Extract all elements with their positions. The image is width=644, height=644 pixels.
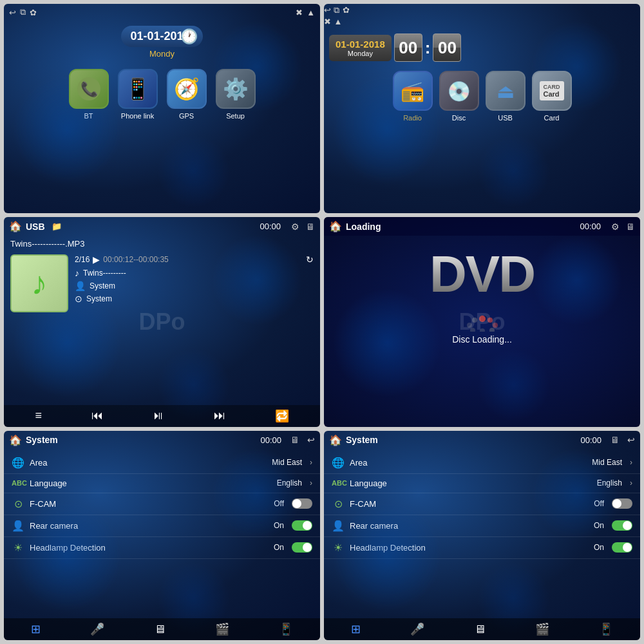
nav-mic-icon[interactable]: 🎤 xyxy=(90,622,104,636)
app-item-card[interactable]: CARD Card Card xyxy=(532,71,572,122)
disc-icon[interactable]: 💿 xyxy=(439,71,479,111)
app-item-setup[interactable]: ⚙️ Setup xyxy=(216,69,256,120)
dvd-settings-icon[interactable]: ⚙ xyxy=(611,222,620,232)
clock-icon-1: 🕐 xyxy=(180,28,198,45)
radio-icon[interactable]: 📻 xyxy=(393,71,433,111)
flip-colon: : xyxy=(425,38,431,58)
gps-icon[interactable]: 🧭 xyxy=(167,69,207,109)
setting-fcam-r[interactable]: ⊙ F-CAM Off xyxy=(324,493,640,515)
usb-icon[interactable]: ⏏ xyxy=(486,71,526,111)
headlamp-label: Headlamp Detection xyxy=(30,543,269,553)
nav-movie-icon-r[interactable]: 🎬 xyxy=(535,622,549,636)
fcam-value-r: Off xyxy=(594,499,604,508)
back-icon[interactable]: ↩ xyxy=(9,8,16,17)
usb-time: 00:00 xyxy=(260,222,281,231)
bottom-nav-right: ⊞ 🎤 🖥 🎬 📱 xyxy=(324,618,640,640)
nav-phone-icon-r[interactable]: 📱 xyxy=(599,622,613,636)
home-tab-icon-2[interactable]: ⧉ xyxy=(334,5,339,15)
fcam-toggle-r[interactable] xyxy=(612,498,632,509)
bt-label: BT xyxy=(84,112,93,120)
screen-system-left: 🏠 System 00:00 🖥 ↩ 🌐 Area Mid East › ABC… xyxy=(4,431,320,640)
app-item-radio[interactable]: 📻 Radio xyxy=(393,71,433,122)
playpause-icon[interactable]: ⏯ xyxy=(153,409,164,422)
brightness-icon[interactable]: ✿ xyxy=(30,8,37,17)
sys-monitor-icon-right[interactable]: 🖥 xyxy=(611,435,620,445)
setting-rear-camera[interactable]: 👤 Rear camera On xyxy=(4,515,320,537)
nav-monitor-icon-r[interactable]: 🖥 xyxy=(474,623,486,636)
headlamp-toggle[interactable] xyxy=(292,542,312,553)
prev-icon[interactable]: ⏮ xyxy=(91,409,103,422)
sys-home-icon-left[interactable]: 🏠 xyxy=(9,434,22,446)
screen-usb: 🏠 USB 📁 00:00 ⚙ 🖥 Twins------------.MP3 … xyxy=(4,217,320,426)
setting-area-r[interactable]: 🌐 Area Mid East › xyxy=(324,452,640,474)
back-icon-2[interactable]: ↩ xyxy=(324,5,331,15)
area-value: Mid East xyxy=(272,458,302,467)
setting-headlamp-r[interactable]: ☀ Headlamp Detection On xyxy=(324,537,640,559)
area-icon-r: 🌐 xyxy=(332,457,345,469)
track-person-icon: 👤 xyxy=(75,281,86,291)
sys-home-icon-right[interactable]: 🏠 xyxy=(329,434,342,446)
dvd-home-icon[interactable]: 🏠 xyxy=(329,220,342,232)
app-item-phone[interactable]: 📱 Phone link xyxy=(118,69,158,120)
screen-system-right: 🏠 System 00:00 🖥 ↩ 🌐 Area Mid East › ABC… xyxy=(324,431,640,640)
svg-point-8 xyxy=(467,323,472,328)
album-art: ♪ xyxy=(10,254,68,312)
nav-windows-icon-r[interactable]: ⊞ xyxy=(351,622,361,636)
dvd-title: Loading xyxy=(346,222,381,232)
setting-fcam[interactable]: ⊙ F-CAM Off xyxy=(4,493,320,515)
dvd-monitor-icon[interactable]: 🖥 xyxy=(626,222,635,232)
rear-cam-toggle-r[interactable] xyxy=(612,520,632,531)
nav-mic-icon-r[interactable]: 🎤 xyxy=(410,622,424,636)
usb-settings-icon[interactable]: ⚙ xyxy=(291,222,299,232)
settings-icon-2[interactable]: ✖ xyxy=(324,17,331,26)
bt-icon[interactable]: 📞 xyxy=(69,69,109,109)
app-item-gps[interactable]: 🧭 GPS xyxy=(167,69,207,120)
setup-icon[interactable]: ⚙️ xyxy=(216,69,256,109)
fcam-toggle[interactable] xyxy=(292,498,312,509)
disc-label: Disc xyxy=(452,114,466,122)
top-bar-2-left: ↩ ⧉ ✿ xyxy=(324,4,640,15)
date-area-1: 01-01-2018 🕐 Mondy xyxy=(4,26,320,59)
setting-rear-camera-r[interactable]: 👤 Rear camera On xyxy=(324,515,640,537)
usb-home-icon[interactable]: 🏠 xyxy=(9,220,22,232)
track-entry-2[interactable]: ⊙ System xyxy=(75,292,314,305)
music-note-icon: ♪ xyxy=(32,265,48,302)
setting-language-r[interactable]: ABC Language English › xyxy=(324,474,640,493)
nav-phone-icon[interactable]: 📱 xyxy=(279,622,293,636)
headlamp-toggle-r[interactable] xyxy=(612,542,632,553)
sys-time-left: 00:00 xyxy=(260,435,281,445)
sys-monitor-icon-left[interactable]: 🖥 xyxy=(290,435,299,445)
rear-cam-toggle[interactable] xyxy=(292,520,312,531)
card-icon[interactable]: CARD Card xyxy=(532,71,572,111)
home-tab-icon[interactable]: ⧉ xyxy=(20,7,26,17)
nav-windows-icon[interactable]: ⊞ xyxy=(31,622,41,636)
nav-monitor-icon[interactable]: 🖥 xyxy=(154,623,166,636)
phone-icon[interactable]: 📱 xyxy=(118,69,158,109)
app-item-usb[interactable]: ⏏ USB xyxy=(486,71,526,122)
nav-movie-icon[interactable]: 🎬 xyxy=(215,622,229,636)
track-entry-0[interactable]: ♪ Twins--------- xyxy=(75,267,314,279)
track-entry-1[interactable]: 👤 System xyxy=(75,279,314,292)
rear-cam-label: Rear camera xyxy=(30,521,269,531)
top-bar-icons-right: ✖ ▲ xyxy=(296,8,315,17)
flip-clock: 00 : 00 xyxy=(394,33,462,62)
setting-headlamp[interactable]: ☀ Headlamp Detection On xyxy=(4,537,320,559)
lang-value: English xyxy=(277,478,302,488)
up-icon[interactable]: ▲ xyxy=(307,8,315,17)
fcam-label-r: F-CAM xyxy=(350,499,589,509)
date-box-1: 01-01-2018 🕐 xyxy=(121,26,202,47)
app-item-disc[interactable]: 💿 Disc xyxy=(439,71,479,122)
next-icon[interactable]: ⏭ xyxy=(214,409,225,422)
brightness-icon-2[interactable]: ✿ xyxy=(343,5,350,15)
setting-language[interactable]: ABC Language English › xyxy=(4,474,320,493)
repeat-ctrl-icon[interactable]: 🔁 xyxy=(275,409,289,423)
sys-back-icon-right[interactable]: ↩ xyxy=(627,435,635,445)
setting-area[interactable]: 🌐 Area Mid East › xyxy=(4,452,320,474)
app-item-bt[interactable]: 📞 BT xyxy=(69,69,109,120)
usb-monitor-icon[interactable]: 🖥 xyxy=(306,222,315,232)
settings-icon[interactable]: ✖ xyxy=(296,8,303,17)
playlist-icon[interactable]: ≡ xyxy=(35,409,42,422)
sys-back-icon-left[interactable]: ↩ xyxy=(307,435,315,445)
up-icon-2[interactable]: ▲ xyxy=(334,17,342,26)
fcam-icon-r: ⊙ xyxy=(332,498,345,510)
